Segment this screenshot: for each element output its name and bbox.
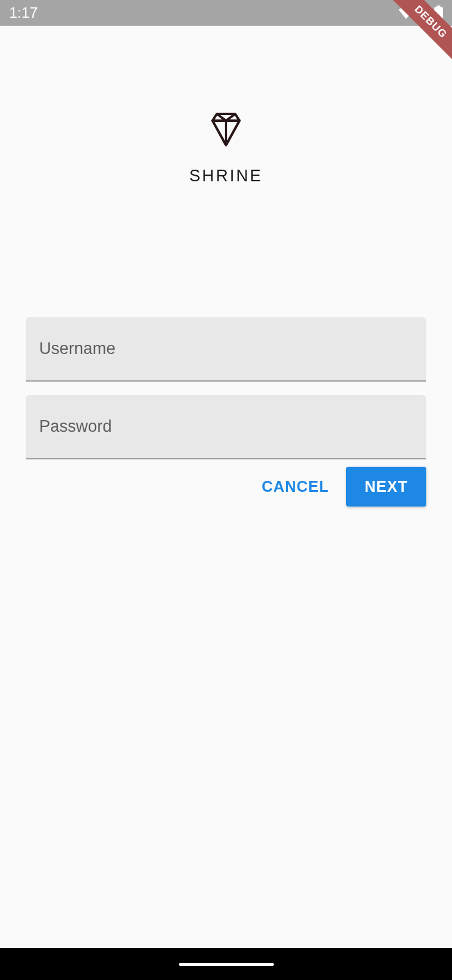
logo-section: SHRINE	[26, 111, 426, 186]
username-input[interactable]	[26, 317, 426, 382]
password-input[interactable]	[26, 395, 426, 459]
app-title: SHRINE	[189, 167, 263, 186]
status-bar: 1:17	[0, 0, 452, 26]
status-time: 1:17	[9, 4, 38, 21]
navigation-bar	[0, 948, 452, 980]
nav-handle[interactable]	[179, 963, 274, 966]
diamond-icon	[208, 111, 244, 148]
next-button[interactable]: NEXT	[346, 467, 426, 507]
cancel-button[interactable]: CANCEL	[255, 467, 335, 507]
main-content: SHRINE CANCEL NEXT	[0, 26, 452, 507]
button-row: CANCEL NEXT	[26, 467, 426, 507]
